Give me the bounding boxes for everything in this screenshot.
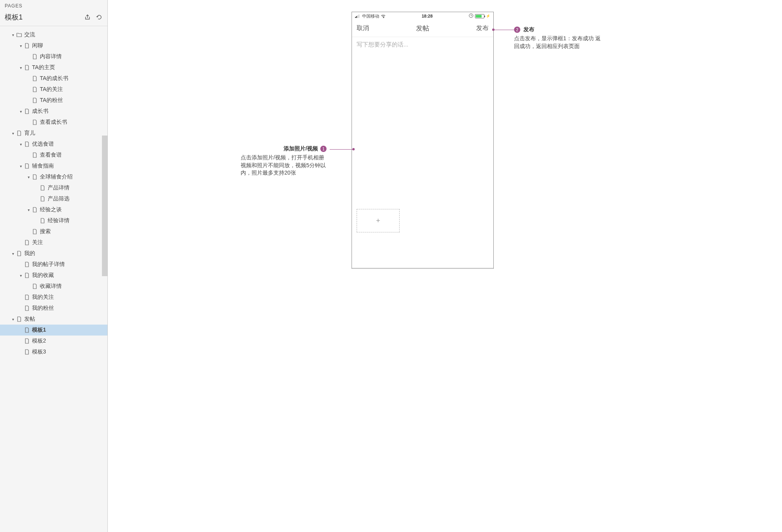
- tree-item[interactable]: 产品筛选: [0, 193, 107, 204]
- textarea-placeholder: 写下想要分享的话...: [357, 41, 489, 48]
- tree-item-label: 我的: [24, 250, 35, 257]
- chevron-down-icon[interactable]: ▾: [27, 208, 30, 212]
- tree-item[interactable]: ▾我的: [0, 248, 107, 259]
- annotation-1-badge: 1: [320, 146, 327, 152]
- chevron-down-icon[interactable]: ▾: [11, 33, 15, 37]
- tree-item[interactable]: 模板1: [0, 325, 107, 336]
- sidebar-title-row: 模板1: [0, 11, 107, 26]
- tree-item[interactable]: ▾全球辅食介绍: [0, 171, 107, 182]
- tree-item[interactable]: 我的关注: [0, 292, 107, 303]
- cancel-button[interactable]: 取消: [357, 24, 369, 32]
- tree-item-label: 模板2: [32, 337, 46, 345]
- tree-item[interactable]: 查看成长书: [0, 117, 107, 128]
- tree-item[interactable]: ▾我的收藏: [0, 270, 107, 281]
- tree-item-label: TA的成长书: [40, 75, 68, 82]
- tree-item-label: 交流: [24, 31, 35, 38]
- sidebar: PAGES 模板1 ▾交流▾闲聊内容详情▾TA的主页TA的成长书TA的关注TA的…: [0, 0, 108, 532]
- chevron-down-icon[interactable]: ▾: [11, 252, 15, 255]
- plus-icon: +: [376, 217, 380, 225]
- annotation-2-title: 发布: [523, 26, 534, 33]
- chevron-down-icon[interactable]: ▾: [19, 164, 23, 168]
- tree-item[interactable]: ▾辅食指南: [0, 161, 107, 171]
- tree-item[interactable]: 内容详情: [0, 51, 107, 62]
- tree-item[interactable]: 查看食谱: [0, 150, 107, 161]
- chevron-down-icon[interactable]: ▾: [19, 109, 23, 113]
- tree-item[interactable]: ▾TA的主页: [0, 62, 107, 73]
- tree-item[interactable]: TA的关注: [0, 84, 107, 95]
- page-icon: [24, 295, 30, 300]
- carrier-label: 中国移动: [362, 13, 379, 19]
- scrollbar[interactable]: [102, 136, 107, 276]
- tree-item-label: TA的主页: [32, 64, 55, 71]
- tree-item-label: 查看食谱: [40, 152, 62, 159]
- page-icon: [16, 316, 22, 322]
- tree-item[interactable]: ▾优选食谱: [0, 139, 107, 150]
- page-icon: [24, 273, 30, 278]
- tree-item-label: 搜索: [40, 228, 51, 235]
- tree-item[interactable]: ▾发帖: [0, 314, 107, 325]
- tree-item[interactable]: 模板3: [0, 346, 107, 357]
- chevron-down-icon[interactable]: ▾: [19, 273, 23, 277]
- chevron-down-icon[interactable]: ▾: [19, 44, 23, 48]
- chevron-down-icon[interactable]: ▾: [19, 66, 23, 70]
- share-icon[interactable]: [84, 14, 91, 21]
- tree-item[interactable]: 搜索: [0, 226, 107, 237]
- sync-icon: [469, 13, 473, 19]
- tree-item[interactable]: 模板2: [0, 336, 107, 346]
- sidebar-title-icons: [84, 14, 103, 21]
- status-time: 18:28: [421, 14, 432, 18]
- page-icon: [32, 120, 37, 125]
- publish-button[interactable]: 发布: [476, 24, 489, 32]
- page-icon: [24, 163, 30, 169]
- charging-icon: ⚡: [486, 14, 490, 18]
- tree-item[interactable]: ▾闲聊: [0, 40, 107, 51]
- tree-item[interactable]: ▾交流: [0, 29, 107, 40]
- post-textarea[interactable]: 写下想要分享的话...: [352, 37, 493, 209]
- svg-rect-3: [359, 14, 359, 18]
- nav-bar: 取消 发帖 发布: [352, 20, 493, 37]
- tree-item[interactable]: TA的成长书: [0, 73, 107, 84]
- refresh-icon[interactable]: [96, 14, 103, 21]
- tree-item-label: 辅食指南: [32, 162, 54, 170]
- tree-item-label: 成长书: [32, 108, 48, 115]
- tree-item[interactable]: ▾成长书: [0, 106, 107, 117]
- chevron-down-icon[interactable]: ▾: [11, 317, 15, 321]
- tree-item-label: 我的帖子详情: [32, 261, 65, 268]
- tree-item[interactable]: 我的粉丝: [0, 303, 107, 314]
- page-icon: [24, 65, 30, 70]
- battery-icon: [475, 14, 484, 18]
- add-media-button[interactable]: +: [357, 209, 400, 232]
- tree-item-label: 经验详情: [48, 217, 70, 224]
- tree-item[interactable]: 收藏详情: [0, 281, 107, 292]
- tree-item[interactable]: ▾育儿: [0, 128, 107, 139]
- tree-item[interactable]: TA的粉丝: [0, 95, 107, 106]
- tree-item-label: 经验之谈: [40, 206, 62, 213]
- sidebar-header: PAGES: [0, 0, 107, 11]
- svg-rect-0: [355, 17, 356, 18]
- tree-item[interactable]: ▾经验之谈: [0, 204, 107, 215]
- tree-item[interactable]: 经验详情: [0, 215, 107, 226]
- page-icon: [24, 305, 30, 311]
- chevron-down-icon[interactable]: ▾: [11, 131, 15, 135]
- tree-item[interactable]: 产品详情: [0, 182, 107, 193]
- page-icon: [40, 185, 45, 191]
- tree-item-label: 模板3: [32, 348, 46, 355]
- tree-item[interactable]: 我的帖子详情: [0, 259, 107, 270]
- tree-item[interactable]: 关注: [0, 237, 107, 248]
- page-icon: [40, 196, 45, 202]
- page-icon: [24, 338, 30, 344]
- canvas[interactable]: 中国移动 18:28 ⚡ 取消 发帖 发布 写下想要分享的话...: [108, 0, 782, 532]
- page-icon: [32, 152, 37, 158]
- signal-icon: [355, 14, 361, 18]
- wifi-icon: [381, 14, 386, 18]
- page-tree[interactable]: ▾交流▾闲聊内容详情▾TA的主页TA的成长书TA的关注TA的粉丝▾成长书查看成长…: [0, 26, 107, 532]
- chevron-down-icon[interactable]: ▾: [27, 175, 30, 179]
- connector-dot-1: [352, 148, 355, 150]
- page-icon: [16, 251, 22, 256]
- svg-rect-2: [357, 15, 358, 18]
- folder-icon: [16, 32, 22, 37]
- chevron-down-icon[interactable]: ▾: [19, 142, 23, 146]
- page-icon: [40, 218, 45, 223]
- page-icon: [32, 76, 37, 81]
- tree-item-label: 发帖: [24, 316, 35, 323]
